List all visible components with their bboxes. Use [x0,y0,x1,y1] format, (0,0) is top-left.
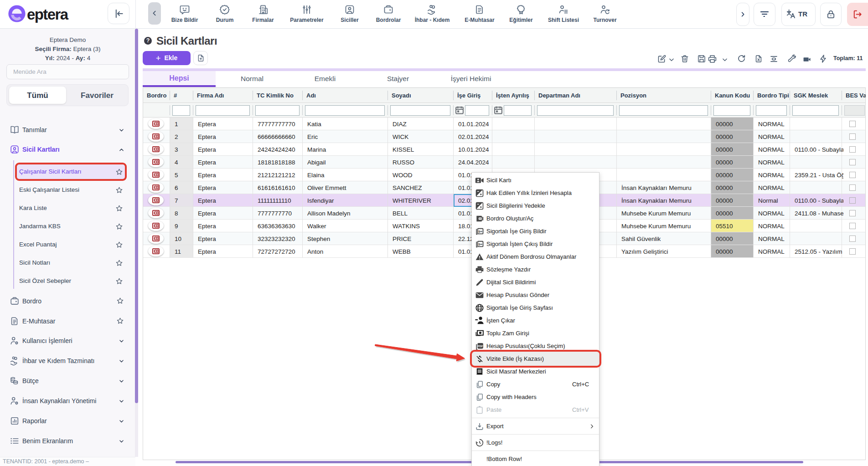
svg-text:9+: 9+ [478,230,482,234]
svg-text:9+: 9+ [478,242,482,246]
svg-text:PDF: PDF [478,345,483,348]
